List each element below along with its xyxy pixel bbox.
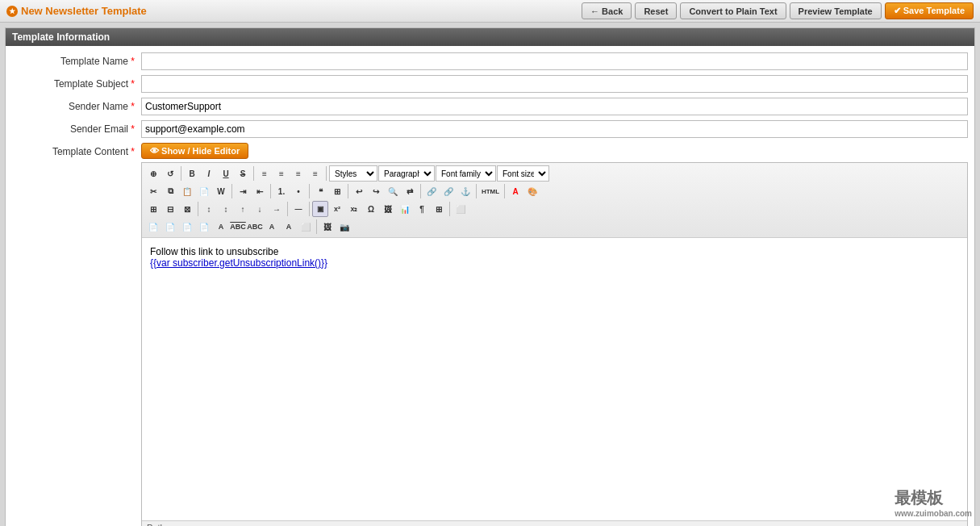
sender-email-input[interactable] (141, 120, 968, 138)
tb-box[interactable]: ⬜ (452, 201, 469, 217)
tb-undo[interactable]: ↩ (351, 183, 367, 199)
tb-r4e[interactable]: A (213, 219, 229, 235)
tb-table2[interactable]: ⊟ (162, 201, 178, 217)
tb-align-justify[interactable]: ≡ (307, 165, 323, 182)
tb-underline[interactable]: U (218, 165, 234, 182)
sender-name-row: Sender Name * (12, 98, 968, 115)
tb-r4l[interactable]: 📷 (336, 219, 352, 235)
tb-r3[interactable]: ↑ (235, 201, 251, 217)
header-buttons: ← Back Reset Convert to Plain Text Previ… (582, 2, 974, 19)
template-name-input[interactable] (141, 52, 968, 70)
tb-bold[interactable]: B (184, 165, 200, 182)
tb-html[interactable]: HTML (479, 183, 502, 199)
tb-table[interactable]: ⊞ (145, 201, 161, 217)
sep14 (449, 202, 450, 216)
tb-r4a[interactable]: 📄 (145, 219, 161, 235)
editor-unsubscribe-link[interactable]: {{var subscriber.getUnsubscriptionLink()… (150, 257, 327, 269)
tb-paste-word[interactable]: W (213, 183, 229, 199)
sep3 (326, 166, 327, 181)
form-body: Template Name * Template Subject * Sende… (6, 46, 974, 526)
show-hide-editor-button[interactable]: 👁 Show / Hide Editor (141, 143, 248, 159)
tb-copy[interactable]: ⧉ (162, 183, 178, 199)
tb-r4[interactable]: ↓ (252, 201, 268, 217)
convert-button[interactable]: Convert to Plain Text (680, 2, 786, 19)
tb-r4j[interactable]: ⬜ (298, 219, 314, 235)
paragraph-select[interactable]: Paragraph (378, 165, 435, 182)
tb-r1[interactable]: ↕ (201, 201, 217, 217)
template-info-section: Template Information Template Name * Tem… (5, 27, 975, 526)
tb-align-right[interactable]: ≡ (290, 165, 307, 182)
tb-strikethrough[interactable]: S (235, 165, 251, 182)
tb-grid[interactable]: ⊞ (431, 201, 447, 217)
font-family-select[interactable]: Font family (436, 165, 496, 182)
tb-r2[interactable]: ↕ (218, 201, 234, 217)
tb-r4i[interactable]: A (281, 219, 297, 235)
sep10 (504, 184, 505, 198)
page-title: ★ New Newsletter Template (6, 5, 147, 17)
template-name-label: Template Name * (12, 56, 141, 67)
save-button[interactable]: ✔ Save Template (885, 2, 974, 19)
preview-button[interactable]: Preview Template (790, 2, 882, 19)
tb-table3[interactable]: ⊠ (179, 201, 195, 217)
sep5 (270, 184, 271, 198)
back-button[interactable]: ← Back (582, 2, 632, 19)
sender-name-input[interactable] (141, 98, 968, 115)
tb-paste-text[interactable]: 📄 (196, 183, 212, 199)
tb-sup[interactable]: x² (329, 201, 345, 217)
template-subject-input[interactable] (141, 75, 968, 93)
tb-link[interactable]: 🔗 (423, 183, 440, 199)
tb-blockquote[interactable]: ❝ (312, 183, 328, 199)
tb-ul[interactable]: • (290, 183, 307, 199)
tb-redo[interactable]: ↪ (368, 183, 384, 199)
tb-outdent[interactable]: ⇤ (252, 183, 268, 199)
tb-italic[interactable]: I (201, 165, 217, 182)
sep6 (309, 184, 310, 198)
tb-special[interactable]: Ω (363, 201, 379, 217)
tb-r4d[interactable]: 📄 (196, 219, 212, 235)
tb-anchor[interactable]: ⚓ (457, 183, 473, 199)
tb-r4b[interactable]: 📄 (162, 219, 178, 235)
editor-path-bar: Path: p (142, 520, 967, 526)
sender-name-label: Sender Name * (12, 101, 141, 112)
tb-replace[interactable]: ⇄ (402, 183, 418, 199)
tb-align-center[interactable]: ≡ (273, 165, 290, 182)
sep9 (476, 184, 477, 198)
tb-paste[interactable]: 📋 (179, 183, 195, 199)
styles-select[interactable]: Styles (329, 165, 377, 182)
sep11 (198, 202, 198, 216)
tb-sub[interactable]: x₂ (346, 201, 362, 217)
tb-chart[interactable]: 📊 (397, 201, 413, 217)
title-text: New Newsletter Template (21, 5, 147, 17)
tb-align-left[interactable]: ≡ (256, 165, 273, 182)
tb-find[interactable]: 🔍 (385, 183, 401, 199)
tb-unlink[interactable]: 🔗 (440, 183, 457, 199)
reset-button[interactable]: Reset (635, 2, 677, 19)
editor-wrapper: 👁 Show / Hide Editor ⊕ ↺ B I U (141, 143, 968, 526)
section-header: Template Information (6, 28, 974, 46)
tb-r4c[interactable]: 📄 (179, 219, 195, 235)
tb-refresh[interactable]: ↺ (162, 165, 178, 182)
font-size-select[interactable]: Font size (497, 165, 549, 182)
sep8 (420, 184, 421, 198)
tb-ol[interactable]: 1. (273, 183, 290, 199)
tb-div[interactable]: ⊞ (329, 183, 345, 199)
tb-bg-color[interactable]: 🎨 (524, 183, 540, 199)
tb-img[interactable]: ▣ (312, 201, 328, 217)
tb-img2[interactable]: 🖼 (380, 201, 396, 217)
tb-r4f[interactable]: ABC (230, 219, 246, 235)
tb-para[interactable]: ¶ (414, 201, 430, 217)
required-star5: * (131, 146, 135, 157)
tb-indent[interactable]: ⇥ (235, 183, 251, 199)
template-content-row: Template Content * 👁 Show / Hide Editor … (12, 143, 968, 526)
tb-r5[interactable]: → (269, 201, 285, 217)
sep2 (253, 166, 254, 181)
tb-r4k[interactable]: 🖼 (319, 219, 336, 235)
tb-source[interactable]: ⊕ (145, 165, 161, 182)
tb-r4g[interactable]: ABC (247, 219, 263, 235)
sep15 (316, 219, 317, 234)
tb-r4h[interactable]: A (264, 219, 280, 235)
tb-hr[interactable]: — (290, 201, 307, 217)
tb-font-color[interactable]: A (507, 183, 523, 199)
editor-body[interactable]: Follow this link to unsubscribe {{var su… (142, 238, 967, 520)
tb-cut[interactable]: ✂ (145, 183, 161, 199)
